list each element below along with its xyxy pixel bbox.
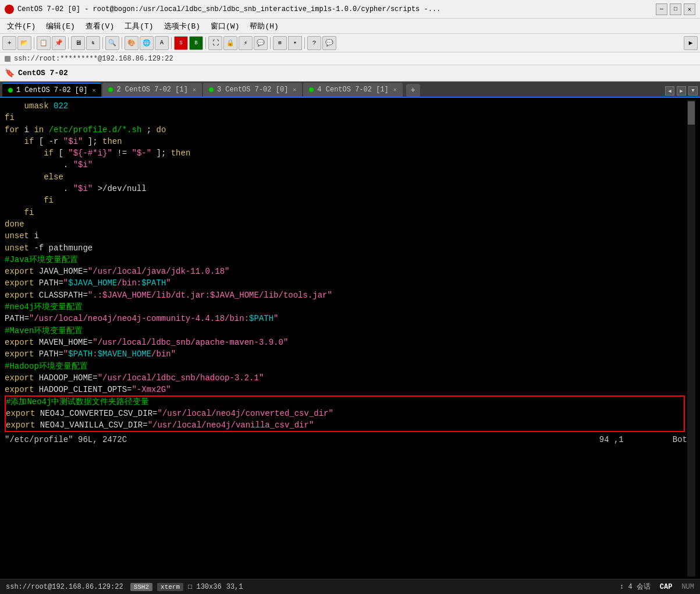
code-line-1: umask 022 (5, 100, 687, 112)
tabs-scroll-left[interactable]: ◀ (665, 86, 674, 96)
tab-4-dot (309, 87, 314, 92)
tabs-scroll: ◀ ▶ ▼ (665, 86, 698, 97)
toolbar-sep-1 (34, 37, 34, 49)
menu-view[interactable]: 查看(V) (81, 20, 119, 33)
code-line-30: export HADOOP_HOME="/usr/local/ldbc_snb/… (5, 372, 687, 384)
tab-3-close[interactable]: ✕ (293, 86, 296, 93)
vim-position: 94 ,1 Bot (599, 434, 687, 446)
font-button[interactable]: A (155, 36, 169, 50)
copy-button[interactable]: 📋 (37, 36, 51, 50)
terminal[interactable]: umask 022 fi for i in /etc/profile.d/*.s… (0, 98, 700, 579)
code-line-10: fi (5, 195, 687, 206)
code-line-2: fi (5, 112, 687, 123)
toolbar-sep-5 (171, 37, 172, 49)
menu-tabs[interactable]: 选项卡(B) (159, 20, 205, 33)
code-line-6: if [ "${-#*i}" != "$-" ]; then (5, 147, 687, 159)
tab-2-dot (108, 87, 113, 92)
code-line-26: export MAVEN_HOME="/usr/local/ldbc_snb/a… (5, 337, 687, 348)
code-line-5: if [ -r "$i" ]; then (5, 136, 687, 147)
session-name: CentOS 7-02 (18, 69, 68, 77)
toolbar-sep-2 (68, 37, 69, 49)
find-button[interactable]: 🔍 (105, 36, 119, 50)
toolbar-sep-8 (304, 37, 305, 49)
menu-tools[interactable]: 工具(T) (120, 20, 158, 33)
menu-file[interactable]: 文件(F) (2, 20, 40, 33)
socat-button[interactable]: S (174, 36, 188, 50)
scroll-right-button[interactable]: ▶ (684, 36, 698, 50)
tab-4-label: 4 CentOS 7-02 [1] (317, 86, 388, 94)
chat-button[interactable]: 💬 (254, 36, 268, 50)
code-line-11: fi (5, 207, 687, 218)
grid-dropdown[interactable]: ▾ (288, 36, 302, 50)
ssh-info-bar: ssh://root:*********@192.168.86.129:22 (0, 52, 700, 65)
new-session-button[interactable]: + (2, 36, 16, 50)
toolbar-sep-4 (122, 37, 122, 49)
globe-button[interactable]: 🌐 (140, 36, 154, 50)
remote-button[interactable]: 🖥 (71, 36, 85, 50)
highlight-line-2: export NEO4J_CONVERTED_CSV_DIR="/usr/loc… (6, 408, 684, 420)
color-button[interactable]: 🎨 (125, 36, 138, 50)
code-line-4: for i in /etc/profile.d/*.sh ; do (5, 124, 687, 136)
maximize-button[interactable]: □ (670, 3, 681, 15)
meetings-label: ↕ 4 会话 (620, 582, 651, 592)
power-button[interactable]: ⚡ (239, 36, 253, 50)
tab-2-label: 2 CentOS 7-02 [1] (116, 86, 187, 94)
code-line-25: #Maven环境变量配置 (5, 325, 687, 337)
comment-button[interactable]: 💬 (322, 36, 336, 50)
paste-button[interactable]: 📌 (52, 36, 66, 50)
sftp-button[interactable]: ⇅ (86, 36, 100, 50)
new-tab-button[interactable]: + (406, 84, 420, 97)
scroll-thumb[interactable] (688, 101, 695, 125)
code-line-14: unset i (5, 230, 687, 242)
vim-status-line: "/etc/profile" 96L, 2472C 94 ,1 Bot (5, 434, 687, 446)
tabs-scroll-down[interactable]: ▼ (688, 86, 698, 96)
tabs-bar: 1 CentOS 7-02 [0] ✕ 2 CentOS 7-02 [1] ✕ … (0, 82, 700, 98)
tab-3[interactable]: 3 CentOS 7-02 [0] ✕ (203, 83, 302, 97)
code-line-8: else (5, 171, 687, 183)
tab-3-label: 3 CentOS 7-02 [0] (217, 86, 288, 94)
tab-1-dot (8, 88, 13, 93)
tab-2-close[interactable]: ✕ (193, 86, 196, 93)
menu-help[interactable]: 帮助(H) (245, 20, 283, 33)
ssh2-label: SSH2 (130, 583, 152, 591)
title-bar: CentOS 7-02 [0] - root@bogon:/usr/local/… (0, 0, 700, 19)
lock-button[interactable]: 🔒 (223, 36, 237, 50)
bookmark-icon: 🔖 (5, 68, 15, 78)
close-button[interactable]: ✕ (684, 3, 695, 15)
expand-button[interactable]: ⛶ (208, 36, 222, 50)
ssh-connection-text: ssh://root:*********@192.168.86.129:22 (14, 55, 173, 63)
toolbar-sep-6 (205, 37, 206, 49)
ssh-address: ssh://root@192.168.86.129:22 (6, 583, 123, 591)
tab-4-close[interactable]: ✕ (393, 86, 397, 93)
num-label: NUM (681, 583, 694, 591)
terminal-content: umask 022 fi for i in /etc/profile.d/*.s… (5, 100, 687, 577)
menu-bar: 文件(F) 编辑(E) 查看(V) 工具(T) 选项卡(B) 窗口(W) 帮助(… (0, 19, 700, 34)
tab-4[interactable]: 4 CentOS 7-02 [1] ✕ (303, 83, 402, 97)
code-line-17: #Java环境变量配置 (5, 254, 687, 266)
toolbar-sep-3 (102, 37, 103, 49)
status-right: ↕ 4 会话 CAP NUM (620, 582, 694, 592)
cursor-position: 33,1 (226, 583, 243, 591)
help-button[interactable]: ? (307, 36, 321, 50)
tab-1[interactable]: 1 CentOS 7-02 [0] ✕ (2, 83, 101, 97)
terminal-size: □ 130x36 (188, 583, 222, 591)
tabs-scroll-right[interactable]: ▶ (677, 86, 686, 96)
code-line-9: . "$i" >/dev/null (5, 183, 687, 195)
minimize-button[interactable]: — (656, 3, 667, 15)
tab-2[interactable]: 2 CentOS 7-02 [1] ✕ (102, 83, 201, 97)
code-line-22: #neo4j环境变量配置 (5, 301, 687, 313)
highlight-line-1: #添加Neo4j中测试数据文件夹路径变量 (6, 397, 684, 408)
terminal-scrollbar[interactable] (687, 100, 695, 577)
code-line-19: export PATH="$JAVA_HOME/bin:$PATH" (5, 277, 687, 289)
code-line-18: export JAVA_HOME="/usr/local/java/jdk-11… (5, 266, 687, 277)
tab-1-close[interactable]: ✕ (92, 87, 95, 94)
toolbar-scroll: ▶ (684, 36, 698, 50)
open-button[interactable]: 📂 (17, 36, 31, 50)
bitvise-button[interactable]: B (189, 36, 203, 50)
code-line-31: export HADOOP_CLIENT_OPTS="-Xmx2G" (5, 384, 687, 395)
menu-edit[interactable]: 编辑(E) (41, 20, 79, 33)
menu-window[interactable]: 窗口(W) (206, 20, 244, 33)
code-line-12: done (5, 218, 687, 230)
grid-button[interactable]: ⊞ (273, 36, 287, 50)
highlight-line-3: export NEO4J_VANILLA_CSV_DIR="/usr/local… (6, 420, 684, 432)
